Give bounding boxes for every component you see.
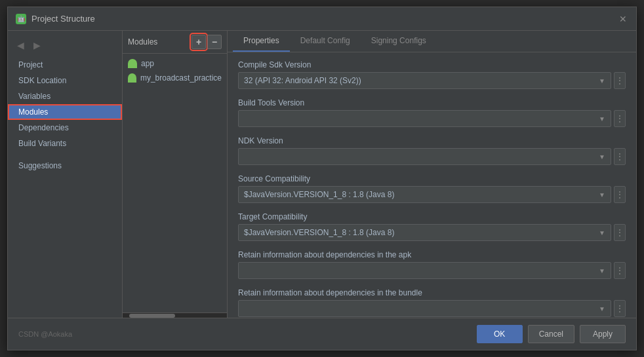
target-compat-row: Target Compatibility $JavaVersion.VERSIO…	[238, 212, 626, 241]
dropdown-arrow-icon: ▼	[599, 77, 605, 85]
sidebar-item-dependencies[interactable]: Dependencies	[8, 120, 122, 136]
right-panel: Properties Default Config Signing Config…	[228, 31, 636, 318]
retain-deps-apk-label: Retain information about dependencies in…	[238, 250, 626, 259]
sidebar-item-sdk-location[interactable]: SDK Location	[8, 73, 122, 88]
ndk-version-row: NDK Version ▼ ⋮	[238, 136, 626, 165]
retain-deps-bundle-dropdown[interactable]: ▼	[238, 300, 611, 317]
properties-content: Compile Sdk Version 32 (API 32: Android …	[228, 52, 636, 318]
target-compat-side-btn[interactable]: ⋮	[614, 224, 626, 241]
sidebar-item-build-variants[interactable]: Build Variants	[8, 136, 122, 151]
back-arrow[interactable]: ◀	[14, 39, 27, 52]
dropdown-arrow-icon-5: ▼	[599, 229, 605, 236]
module-item-broadcast[interactable]: my_broadcast_practice	[123, 71, 227, 85]
source-compat-input-row: $JavaVersion.VERSION_1_8 : 1.8 (Java 8) …	[238, 186, 626, 203]
cancel-button[interactable]: Cancel	[528, 325, 574, 343]
sidebar: ◀ ▶ Project SDK Location Variables Modul…	[8, 31, 123, 318]
android-module-icon	[128, 59, 137, 68]
title-bar-left: 🤖 Project Structure	[16, 14, 95, 24]
source-compat-dropdown[interactable]: $JavaVersion.VERSION_1_8 : 1.8 (Java 8) …	[238, 186, 611, 203]
title-bar: 🤖 Project Structure ✕	[8, 7, 636, 31]
sidebar-item-modules[interactable]: Modules	[8, 104, 122, 120]
footer: CSDN @Aokaka OK Cancel Apply	[8, 318, 636, 350]
dialog-title: Project Structure	[31, 14, 95, 24]
footer-credit: CSDN @Aokaka	[18, 330, 472, 338]
retain-deps-bundle-input-row: ▼ ⋮	[238, 300, 626, 317]
ndk-version-side-btn[interactable]: ⋮	[614, 148, 626, 165]
build-tools-label: Build Tools Version	[238, 98, 626, 107]
ndk-version-dropdown[interactable]: ▼	[238, 148, 611, 165]
build-tools-dropdown[interactable]: ▼	[238, 110, 611, 127]
module-list: app my_broadcast_practice	[123, 54, 227, 312]
source-compat-label: Source Compatibility	[238, 174, 626, 183]
target-compat-dropdown[interactable]: $JavaVersion.VERSION_1_8 : 1.8 (Java 8) …	[238, 224, 611, 241]
retain-deps-apk-dropdown[interactable]: ▼	[238, 262, 611, 279]
dropdown-arrow-icon-6: ▼	[599, 267, 605, 274]
build-tools-row: Build Tools Version ▼ ⋮	[238, 98, 626, 127]
sidebar-item-project[interactable]: Project	[8, 57, 122, 73]
ndk-version-input-row: ▼ ⋮	[238, 148, 626, 165]
dropdown-arrow-icon-2: ▼	[599, 115, 605, 122]
remove-module-button[interactable]: −	[207, 35, 222, 49]
tab-default-config[interactable]: Default Config	[290, 31, 361, 52]
source-compat-side-btn[interactable]: ⋮	[614, 186, 626, 203]
modules-panel: Modules + − app my_broadcast_practice	[123, 31, 228, 318]
apply-button[interactable]: Apply	[580, 325, 626, 343]
forward-arrow[interactable]: ▶	[31, 39, 43, 52]
ndk-version-label: NDK Version	[238, 136, 626, 145]
modules-header: Modules + −	[123, 31, 227, 54]
compile-sdk-row: Compile Sdk Version 32 (API 32: Android …	[238, 60, 626, 89]
dropdown-arrow-icon-7: ▼	[599, 305, 605, 312]
build-tools-input-row: ▼ ⋮	[238, 110, 626, 127]
add-module-button[interactable]: +	[191, 35, 206, 49]
modules-header-title: Modules	[128, 37, 157, 47]
tabs-bar: Properties Default Config Signing Config…	[228, 31, 636, 52]
android-icon: 🤖	[16, 14, 26, 24]
target-compat-input-row: $JavaVersion.VERSION_1_8 : 1.8 (Java 8) …	[238, 224, 626, 241]
sidebar-item-suggestions[interactable]: Suggestions	[8, 158, 122, 174]
dropdown-arrow-icon-4: ▼	[599, 191, 605, 198]
sidebar-item-variables[interactable]: Variables	[8, 88, 122, 104]
compile-sdk-dropdown[interactable]: 32 (API 32: Android API 32 (Sv2)) ▼	[238, 72, 611, 89]
main-content: ◀ ▶ Project SDK Location Variables Modul…	[8, 31, 636, 318]
tab-signing-configs[interactable]: Signing Configs	[361, 31, 437, 52]
project-structure-dialog: 🤖 Project Structure ✕ ◀ ▶ Project SDK Lo…	[7, 7, 637, 350]
retain-deps-apk-side-btn[interactable]: ⋮	[614, 262, 626, 279]
tab-properties[interactable]: Properties	[233, 31, 290, 52]
target-compat-label: Target Compatibility	[238, 212, 626, 221]
source-compat-row: Source Compatibility $JavaVersion.VERSIO…	[238, 174, 626, 203]
ok-button[interactable]: OK	[477, 325, 523, 343]
close-button[interactable]: ✕	[618, 14, 628, 24]
retain-deps-bundle-label: Retain information about dependencies in…	[238, 288, 626, 297]
module-item-app[interactable]: app	[123, 56, 227, 71]
modules-toolbar: + −	[191, 35, 222, 49]
retain-deps-bundle-side-btn[interactable]: ⋮	[614, 300, 626, 317]
nav-arrows: ◀ ▶	[8, 36, 122, 57]
retain-deps-bundle-row: Retain information about dependencies in…	[238, 288, 626, 317]
retain-deps-apk-input-row: ▼ ⋮	[238, 262, 626, 279]
scrollbar-thumb[interactable]	[129, 314, 175, 318]
retain-deps-apk-row: Retain information about dependencies in…	[238, 250, 626, 279]
compile-sdk-input-row: 32 (API 32: Android API 32 (Sv2)) ▼ ⋮	[238, 72, 626, 89]
compile-sdk-side-btn[interactable]: ⋮	[614, 72, 626, 89]
android-module-icon-2	[128, 73, 136, 83]
build-tools-side-btn[interactable]: ⋮	[614, 110, 626, 127]
sidebar-separator	[8, 151, 122, 158]
dropdown-arrow-icon-3: ▼	[599, 153, 605, 160]
horizontal-scrollbar[interactable]	[123, 312, 227, 318]
compile-sdk-label: Compile Sdk Version	[238, 60, 626, 69]
